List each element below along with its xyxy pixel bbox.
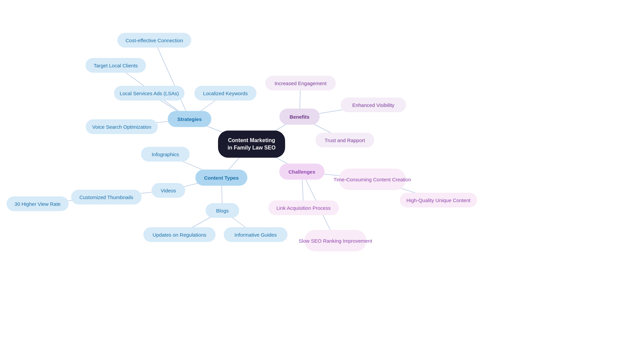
node-challenges[interactable]: Challenges	[279, 164, 325, 180]
node-local_services[interactable]: Local Services Ads (LSAs)	[114, 86, 184, 101]
node-benefits[interactable]: Benefits	[279, 109, 320, 125]
node-infographics[interactable]: Infographics	[141, 147, 190, 162]
node-strategies[interactable]: Strategies	[168, 111, 211, 127]
node-slow_seo[interactable]: Slow SEO Ranking Improvement	[305, 230, 367, 251]
node-localized_keywords[interactable]: Localized Keywords	[195, 86, 257, 101]
node-higher_view_rate[interactable]: 30 Higher View Rate	[7, 196, 69, 211]
node-trust_rapport[interactable]: Trust and Rapport	[316, 133, 374, 147]
node-target_local[interactable]: Target Local Clients	[86, 58, 146, 73]
connections-svg	[0, 0, 644, 363]
node-voice_search[interactable]: Voice Search Optimization	[86, 119, 158, 134]
node-center[interactable]: Content Marketing in Family Law SEO	[218, 131, 285, 158]
mindmap-container: Content Marketing in Family Law SEOStrat…	[0, 0, 644, 363]
node-customized_thumbnails[interactable]: Customized Thumbnails	[71, 190, 142, 204]
svg-line-4	[154, 40, 190, 119]
node-cost_effective[interactable]: Cost-effective Connection	[117, 33, 191, 48]
node-high_quality[interactable]: High-Quality Unique Content	[400, 193, 477, 207]
node-time_consuming[interactable]: Time-Consuming Content Creation	[339, 169, 406, 190]
node-enhanced_visibility[interactable]: Enhanced Visibility	[341, 98, 406, 112]
node-link_acquisition[interactable]: Link Acquisition Process	[268, 200, 339, 215]
node-increased_engagement[interactable]: Increased Engagement	[265, 76, 336, 90]
node-informative_guides[interactable]: Informative Guides	[224, 227, 287, 242]
node-updates_regulations[interactable]: Updates on Regulations	[144, 227, 216, 242]
node-content_types[interactable]: Content Types	[196, 170, 248, 186]
node-videos[interactable]: Videos	[152, 183, 185, 198]
node-blogs[interactable]: Blogs	[206, 203, 239, 218]
